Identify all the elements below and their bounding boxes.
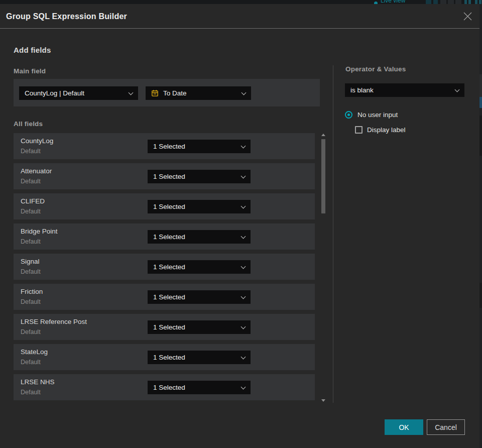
dialog-title: Group SQL Expression Builder [6,4,127,29]
field-subtitle: Default [21,208,41,215]
close-icon [463,12,472,21]
no-user-input-label: No user input [357,111,398,119]
field-type-dropdown[interactable]: To Date [146,86,251,100]
radio-selected-icon[interactable] [345,111,352,119]
field-subtitle: Default [21,238,41,245]
chevron-down-icon [241,143,246,148]
background-fragment [448,0,454,4]
display-label-option: Display label [355,126,406,134]
field-name: CLIFED [21,197,45,205]
chevron-down-icon [241,294,246,299]
field-subtitle: Default [21,389,41,396]
field-name: Friction [21,288,43,295]
all-fields-label: All fields [14,120,43,128]
field-selected-dropdown[interactable]: 1 Selected [148,260,251,274]
chevron-down-icon [241,203,246,208]
field-row: LRSE Reference Post Default 1 Selected [14,314,315,340]
display-label-label: Display label [367,126,406,134]
field-subtitle: Default [21,178,41,185]
field-selected-dropdown[interactable]: 1 Selected [148,290,251,304]
radio-dot [347,114,350,116]
field-subtitle: Default [21,298,41,305]
main-field-dropdown[interactable]: CountyLog | Default [19,86,138,100]
chevron-down-icon [241,384,246,389]
field-selected-value: 1 Selected [153,354,185,361]
close-button[interactable] [462,11,473,22]
field-row: Friction Default 1 Selected [14,284,315,310]
field-selected-value: 1 Selected [153,263,185,271]
field-name: LRSE NHS [21,378,55,386]
field-selected-value: 1 Selected [153,293,185,301]
field-selected-dropdown[interactable]: 1 Selected [148,381,251,394]
checkbox-unchecked-icon[interactable] [355,126,363,134]
field-name: Attenuator [21,167,52,175]
background-fragment [468,0,471,4]
chevron-down-icon [242,90,247,95]
field-row: Bridge Point Default 1 Selected [14,223,315,250]
operator-dropdown-value: is blank [350,86,374,94]
field-row: CLIFED Default 1 Selected [14,193,315,219]
ok-button[interactable]: OK [385,419,423,435]
background-fragment [440,0,446,4]
dialog-header: Group SQL Expression Builder [0,4,479,29]
field-selected-value: 1 Selected [153,384,185,391]
column-divider [333,65,333,403]
scroll-down-icon[interactable] [321,399,325,402]
field-name: LRSE Reference Post [21,318,87,325]
chevron-down-icon [241,354,246,359]
operator-values-label: Operator & Values [345,65,406,73]
main-field-label: Main field [14,67,46,75]
field-selected-dropdown[interactable]: 1 Selected [148,351,251,364]
field-row: StateLog Default 1 Selected [14,344,315,370]
background-fragment [475,0,477,4]
screen: Live view Group SQL Expression Builder [0,0,482,448]
chevron-down-icon [241,234,246,239]
calendar-icon [151,89,159,97]
field-row: LRSE NHS Default 1 Selected [14,374,315,400]
field-subtitle: Default [21,268,41,275]
live-view-label: Live view [381,0,405,4]
chevron-down-icon [455,87,460,92]
add-fields-heading: Add fields [14,46,51,54]
field-subtitle: Default [21,148,41,155]
field-subtitle: Default [21,359,41,366]
field-selected-value: 1 Selected [153,173,185,180]
cancel-button[interactable]: Cancel [427,419,465,435]
field-selected-dropdown[interactable]: 1 Selected [148,320,251,334]
fields-scrollbar [320,133,326,403]
field-row: CountyLog Default 1 Selected [14,133,315,159]
background-fragment [426,0,431,4]
chevron-down-icon [241,173,246,178]
background-fragment [433,0,438,4]
chevron-down-icon [241,264,246,269]
scroll-up-icon[interactable] [321,134,325,136]
field-type-dropdown-value: To Date [163,89,187,97]
field-name: Bridge Point [21,228,58,235]
background-fragment [455,0,461,4]
field-name: CountyLog [21,137,53,145]
background-fragment [464,0,467,4]
group-sql-expression-builder-dialog: Group SQL Expression Builder Add fields … [0,4,479,448]
field-name: StateLog [21,348,48,356]
field-row: Signal Default 1 Selected [14,254,315,280]
chevron-down-icon [129,90,134,95]
field-selected-dropdown[interactable]: 1 Selected [148,200,251,213]
field-subtitle: Default [21,328,41,335]
field-selected-dropdown[interactable]: 1 Selected [148,230,251,244]
main-field-dropdown-value: CountyLog | Default [25,89,84,97]
background-app-sliver [479,4,482,448]
background-fragment [479,0,481,4]
operator-dropdown[interactable]: is blank [345,83,464,97]
no-user-input-option: No user input [345,111,398,119]
main-field-panel: CountyLog | Default To Date [14,79,320,106]
field-selected-value: 1 Selected [153,323,185,331]
background-app-strip: Live view [0,0,482,4]
field-selected-value: 1 Selected [153,203,185,210]
field-selected-dropdown[interactable]: 1 Selected [148,140,251,153]
scrollbar-thumb[interactable] [321,139,325,213]
field-selected-value: 1 Selected [153,143,185,150]
field-name: Signal [21,258,40,265]
chevron-down-icon [241,324,246,329]
field-selected-dropdown[interactable]: 1 Selected [148,170,251,183]
field-selected-value: 1 Selected [153,233,185,241]
